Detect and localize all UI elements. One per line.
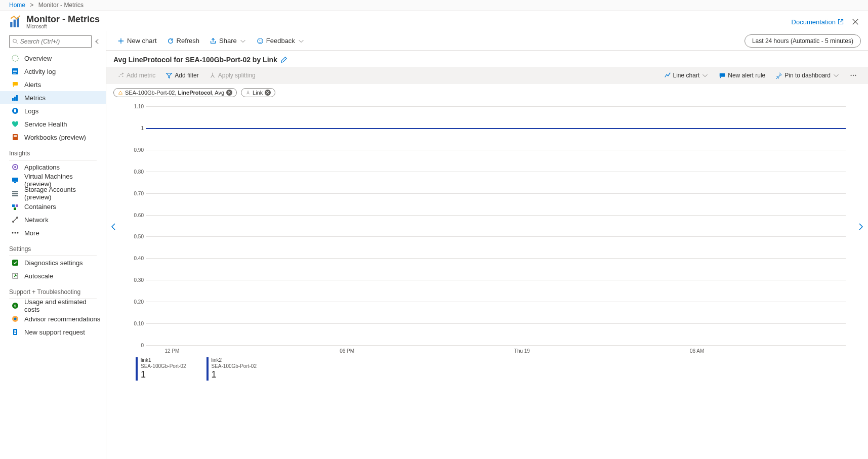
- gridline: [146, 302, 846, 302]
- edit-pencil-icon[interactable]: [280, 56, 287, 63]
- sidebar-item-more[interactable]: More: [0, 226, 106, 239]
- svg-point-4: [12, 55, 18, 61]
- more-options-button[interactable]: [846, 70, 861, 80]
- split-pill[interactable]: Link ✕: [241, 88, 275, 97]
- chevron-down-icon: [701, 72, 709, 79]
- sidebar-item-overview[interactable]: Overview: [0, 52, 106, 65]
- sidebar-item-diagnostics-settings[interactable]: Diagnostics settings: [0, 256, 106, 269]
- sidebar-item-new-support-request[interactable]: New support request: [0, 325, 106, 339]
- sidebar-item-activity-log[interactable]: Activity log: [0, 65, 106, 78]
- alert-flag-icon: [719, 72, 726, 79]
- page-subtitle: Microsoft: [26, 24, 100, 29]
- gridline: [146, 280, 846, 280]
- y-tick-label: 0.10: [134, 321, 144, 326]
- new-alert-button[interactable]: New alert rule: [715, 70, 769, 80]
- autoscale-icon: [11, 272, 19, 280]
- legend-item[interactable]: link1SEA-100Gb-Port-021: [136, 357, 186, 381]
- svg-point-47: [122, 76, 123, 77]
- time-range-selector[interactable]: Last 24 hours (Automatic - 5 minutes): [745, 34, 861, 48]
- sidebar-item-logs[interactable]: Logs: [0, 104, 106, 117]
- metric-pill[interactable]: SEA-100Gb-Port-02, LineProtocol, Avg ✕: [113, 88, 237, 97]
- toolbar: New chart Refresh Share Feedback Last 24…: [106, 31, 868, 51]
- gridline: [146, 150, 846, 150]
- chart-type-selector[interactable]: Line chart: [660, 70, 713, 80]
- search-icon: [13, 38, 18, 45]
- chart-area: 1.1010.900.800.700.600.500.400.300.200.1…: [106, 101, 868, 459]
- section-support: Support + Troubleshooting: [0, 282, 106, 297]
- pin-dashboard-button[interactable]: Pin to dashboard: [771, 70, 844, 80]
- svg-rect-6: [13, 70, 17, 70]
- refresh-button[interactable]: Refresh: [163, 35, 204, 47]
- gridline: [146, 236, 846, 237]
- collapse-sidebar-icon[interactable]: [95, 38, 101, 45]
- y-tick-label: 0: [141, 343, 144, 348]
- svg-rect-15: [13, 134, 18, 140]
- sidebar-item-network[interactable]: Network: [0, 213, 106, 226]
- y-tick-label: 1: [141, 125, 144, 131]
- sidebar-item-containers[interactable]: Containers: [0, 200, 106, 213]
- gridline: [146, 172, 846, 172]
- network-icon: [11, 216, 19, 224]
- sidebar-item-alerts[interactable]: Alerts: [0, 78, 106, 91]
- sidebar-item-service-health[interactable]: Service Health: [0, 117, 106, 131]
- breadcrumb-home[interactable]: Home: [9, 2, 25, 9]
- svg-rect-23: [12, 193, 18, 194]
- scatter-plus-icon: [117, 72, 125, 79]
- search-input[interactable]: [20, 38, 88, 45]
- pill-remove-icon[interactable]: ✕: [265, 90, 271, 96]
- sidebar-item-label: Network: [24, 216, 49, 224]
- new-chart-button[interactable]: New chart: [113, 35, 161, 47]
- metric-pill-row: SEA-100Gb-Port-02, LineProtocol, Avg ✕ L…: [106, 84, 868, 101]
- resource-triangle-icon: [118, 90, 123, 95]
- sidebar-item-label: Alerts: [24, 81, 41, 89]
- sidebar-item-virtual-machines-preview-[interactable]: Virtual Machines (preview): [0, 174, 106, 187]
- apply-splitting-button[interactable]: Apply splitting: [205, 70, 260, 80]
- gridline: [146, 345, 846, 346]
- svg-rect-14: [14, 109, 16, 112]
- sidebar-item-applications[interactable]: Applications: [0, 160, 106, 174]
- series-line: [146, 128, 846, 129]
- y-tick-label: 0.70: [134, 190, 144, 196]
- sidebar-item-usage-and-estimated-costs[interactable]: $Usage and estimated costs: [0, 299, 106, 312]
- sidebar-item-autoscale[interactable]: Autoscale: [0, 269, 106, 282]
- gridline: [146, 258, 846, 259]
- chart-next-icon[interactable]: [857, 223, 865, 231]
- line-chart[interactable]: 1.1010.900.800.700.600.500.400.300.200.1…: [118, 101, 856, 354]
- sidebar-item-metrics[interactable]: Metrics: [0, 91, 106, 104]
- split-pill-icon: [245, 90, 251, 95]
- chart-prev-icon[interactable]: [109, 223, 117, 231]
- pill-remove-icon[interactable]: ✕: [226, 90, 232, 96]
- y-tick-label: 0.30: [134, 277, 144, 283]
- chevron-down-icon: [298, 37, 305, 45]
- svg-point-3: [13, 39, 17, 43]
- chart-legend: link1SEA-100Gb-Port-021link2SEA-100Gb-Po…: [118, 354, 856, 385]
- health-icon: [11, 120, 19, 128]
- external-link-icon: [838, 19, 844, 25]
- legend-item[interactable]: link2SEA-100Gb-Port-021: [206, 357, 257, 381]
- sidebar-item-label: New support request: [24, 328, 85, 336]
- share-button[interactable]: Share: [205, 35, 251, 47]
- logs-icon: [11, 107, 19, 115]
- gridline: [146, 106, 846, 107]
- documentation-link[interactable]: Documentation: [792, 18, 844, 26]
- sidebar-item-label: Metrics: [24, 94, 46, 102]
- add-filter-button[interactable]: Add filter: [161, 70, 202, 80]
- svg-rect-26: [16, 204, 18, 207]
- sidebar-item-label: Applications: [24, 163, 60, 171]
- sidebar-item-label: Autoscale: [24, 272, 53, 280]
- sidebar-item-label: Workbooks (preview): [24, 134, 86, 141]
- feedback-button[interactable]: Feedback: [253, 35, 309, 47]
- y-tick-label: 0.20: [134, 299, 144, 305]
- x-tick-label: Thu 19: [514, 348, 530, 354]
- close-icon[interactable]: [852, 18, 859, 25]
- metrics-icon: [11, 94, 19, 102]
- sidebar-item-advisor-recommendations[interactable]: Advisor recommendations: [0, 312, 106, 325]
- sidebar-item-storage-accounts-preview-[interactable]: Storage Accounts (preview): [0, 187, 106, 200]
- search-box[interactable]: [9, 35, 92, 48]
- sidebar-item-label: Service Health: [24, 120, 67, 128]
- sidebar-item-workbooks-preview-[interactable]: Workbooks (preview): [0, 131, 106, 144]
- svg-rect-16: [14, 135, 17, 136]
- svg-rect-11: [14, 97, 16, 101]
- sidebar: OverviewActivity logAlertsMetricsLogsSer…: [0, 31, 106, 459]
- add-metric-button[interactable]: Add metric: [113, 70, 159, 80]
